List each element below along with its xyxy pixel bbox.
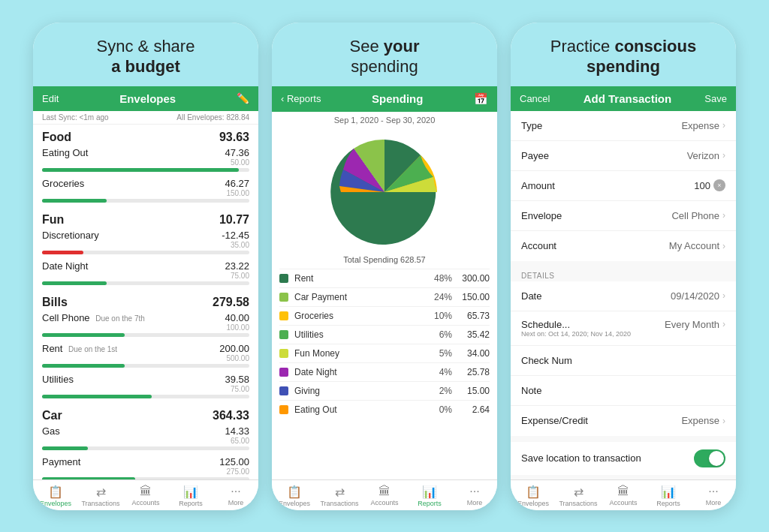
payee-text: Verizon: [687, 150, 719, 161]
item-groceries[interactable]: Groceries 46.27150.00: [42, 176, 249, 207]
item-rent[interactable]: Rent Due on the 1st 200.00500.00: [42, 341, 249, 372]
group-bills-label: Bills: [42, 296, 68, 309]
tab-bar-2: 📋 Envelopes ⇄ Transactions 🏛 Accounts 📊 …: [272, 479, 497, 510]
type-value: Expense ›: [681, 120, 725, 131]
envelope-row[interactable]: Envelope Cell Phone ›: [511, 201, 736, 231]
tab-transactions-1[interactable]: ⇄ Transactions: [78, 480, 123, 510]
envelope-value: Cell Phone ›: [671, 210, 725, 221]
utilities-amount: 35.42: [458, 329, 490, 340]
item-payment[interactable]: Payment 125.00275.00: [42, 455, 249, 479]
type-row[interactable]: Type Expense ›: [511, 111, 736, 141]
group-food-label: Food: [42, 131, 71, 144]
tab-transactions-3[interactable]: ⇄ Transactions: [556, 480, 601, 510]
eating-out-pct: 0%: [428, 404, 452, 415]
item-gas[interactable]: Gas 14.3365.00: [42, 424, 249, 455]
tab-transactions-2[interactable]: ⇄ Transactions: [317, 480, 362, 510]
group-car: Car 364.33: [42, 403, 249, 424]
type-text: Expense: [681, 120, 719, 131]
utilities-label: Utilities: [294, 329, 428, 340]
location-toggle[interactable]: [694, 449, 725, 467]
expense-credit-row[interactable]: Expense/Credit Expense ›: [511, 406, 736, 436]
group-fun: Fun 10.77: [42, 207, 249, 228]
groceries-pct: 10%: [428, 311, 452, 321]
fun-money-color: [279, 349, 288, 358]
check-num-row[interactable]: Check Num: [511, 346, 736, 376]
type-chevron: ›: [722, 120, 725, 131]
tab-envelopes-1[interactable]: 📋 Envelopes: [33, 480, 78, 510]
account-label: Account: [521, 240, 556, 251]
payee-chevron: ›: [722, 150, 725, 161]
legend-fun-money[interactable]: Fun Money 5% 34.00: [279, 344, 490, 362]
tab-envelopes-2[interactable]: 📋 Envelopes: [272, 480, 317, 510]
total-spending: Total Spending 628.57: [272, 252, 497, 269]
tab-reports-2[interactable]: 📊 Reports: [407, 480, 452, 510]
expense-credit-value: Expense ›: [681, 415, 725, 426]
giving-label: Giving: [294, 386, 428, 396]
legend-car-payment[interactable]: Car Payment 24% 150.00: [279, 287, 490, 306]
edit-icon[interactable]: ✏️: [237, 92, 249, 104]
legend-groceries[interactable]: Groceries 10% 65.73: [279, 306, 490, 325]
add-transaction-title: Add Transaction: [584, 92, 672, 105]
tab-reports-1[interactable]: 📊 Reports: [168, 480, 213, 510]
amount-label: Amount: [521, 180, 555, 191]
car-payment-amount: 150.00: [458, 292, 490, 302]
check-num-label: Check Num: [521, 355, 572, 366]
legend-utilities[interactable]: Utilities 6% 35.42: [279, 325, 490, 344]
payee-row[interactable]: Payee Verizon ›: [511, 141, 736, 171]
item-discretionary[interactable]: Discretionary -12.4535.00: [42, 228, 249, 259]
tab-accounts-2[interactable]: 🏛 Accounts: [362, 480, 407, 510]
clear-amount-button[interactable]: ×: [713, 179, 725, 191]
phone2-heading: See yourspending: [284, 36, 485, 77]
phone1-content: Edit Envelopes ✏️ Last Sync: <1m ago All…: [33, 86, 258, 510]
tab-accounts-1[interactable]: 🏛 Accounts: [123, 480, 168, 510]
save-button[interactable]: Save: [704, 93, 727, 104]
item-utilities[interactable]: Utilities 39.5875.00: [42, 372, 249, 403]
toggle-knob: [709, 451, 724, 466]
tab-bar-3: 📋 Envelopes ⇄ Transactions 🏛 Accounts 📊 …: [511, 479, 736, 510]
main-fields-section: Type Expense › Payee Verizon › Amount: [511, 111, 736, 261]
expense-credit-text: Expense: [681, 415, 719, 426]
item-date-night[interactable]: Date Night 23.2275.00: [42, 259, 249, 290]
legend-giving[interactable]: Giving 2% 15.00: [279, 381, 490, 400]
group-fun-total: 10.77: [219, 213, 249, 227]
tab-reports-3-label: Reports: [656, 500, 680, 507]
expense-credit-label: Expense/Credit: [521, 415, 588, 426]
tab-accounts-3[interactable]: 🏛 Accounts: [601, 480, 646, 510]
legend-date-night[interactable]: Date Night 4% 25.78: [279, 362, 490, 381]
groceries-amount: 65.73: [458, 311, 490, 321]
type-label: Type: [521, 120, 542, 131]
tab-more-3[interactable]: ··· More: [691, 480, 736, 510]
tab-reports-3[interactable]: 📊 Reports: [646, 480, 691, 510]
spending-title: Spending: [372, 92, 423, 105]
fun-money-pct: 5%: [428, 348, 452, 359]
legend-eating-out[interactable]: Eating Out 0% 2.64: [279, 400, 490, 419]
transaction-header: Cancel Add Transaction Save: [511, 86, 736, 111]
tab-more-2[interactable]: ··· More: [452, 480, 497, 510]
envelope-text: Cell Phone: [671, 210, 719, 221]
account-row[interactable]: Account My Account ›: [511, 231, 736, 261]
envelopes-icon-3: 📋: [526, 485, 541, 499]
tab-envelopes-3[interactable]: 📋 Envelopes: [511, 480, 556, 510]
location-section: Save location to transaction: [511, 442, 736, 475]
edit-button[interactable]: Edit: [42, 93, 59, 104]
envelope-list: Food 93.63 Eating Out 47.3650.00 Groceri…: [33, 125, 258, 479]
cancel-button[interactable]: Cancel: [520, 93, 550, 104]
item-cell-phone[interactable]: Cell Phone Due on the 7th 40.00100.00: [42, 311, 249, 341]
group-food-total: 93.63: [219, 131, 249, 144]
note-row[interactable]: Note: [511, 376, 736, 406]
date-row[interactable]: Date 09/14/2020 ›: [511, 281, 736, 311]
item-eating-out[interactable]: Eating Out 47.3650.00: [42, 146, 249, 176]
tab-more-1[interactable]: ··· More: [213, 480, 258, 510]
phone2-header: See yourspending: [272, 23, 497, 86]
schedule-row[interactable]: Schedule... Every Month › Next on: Oct 1…: [511, 311, 736, 346]
date-label: Date: [521, 290, 541, 302]
amount-value: 100 ×: [694, 179, 725, 191]
reports-back-button[interactable]: ‹ Reports: [281, 93, 321, 104]
legend-rent[interactable]: Rent 48% 300.00: [279, 269, 490, 287]
envelopes-title: Envelopes: [119, 92, 176, 105]
eating-out-label: Eating Out: [294, 404, 428, 415]
calendar-icon[interactable]: 📅: [474, 92, 488, 106]
tab-more-label: More: [228, 499, 244, 506]
amount-row[interactable]: Amount 100 ×: [511, 171, 736, 201]
schedule-text: Every Month: [665, 319, 719, 330]
